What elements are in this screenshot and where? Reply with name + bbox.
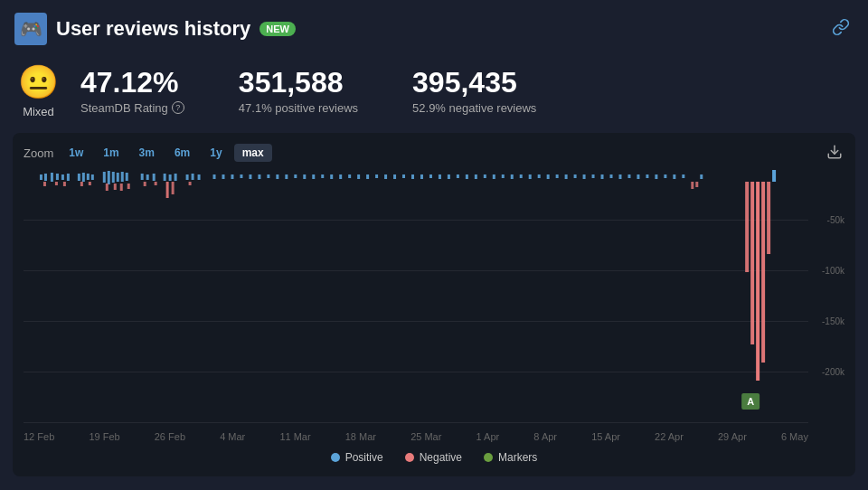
svg-rect-44 [249, 174, 251, 179]
y-label-4: -200k [822, 367, 844, 377]
y-label-1: -50k [827, 215, 844, 225]
positive-dot [331, 453, 340, 462]
grid-line-5 [24, 422, 808, 423]
svg-rect-86 [627, 174, 630, 178]
x-label-2: 26 Feb [155, 431, 185, 442]
svg-rect-74 [520, 174, 523, 178]
rating-value: 47.12% [80, 67, 184, 99]
svg-rect-10 [78, 174, 80, 181]
svg-rect-73 [511, 174, 514, 179]
svg-rect-20 [121, 172, 124, 182]
x-label-10: 22 Apr [655, 431, 684, 442]
x-label-8: 8 Apr [533, 431, 557, 442]
legend: Positive Negative Markers [24, 442, 844, 475]
negative-label: 52.9% negative reviews [412, 101, 536, 115]
svg-rect-55 [348, 174, 351, 178]
download-button[interactable] [826, 144, 843, 165]
svg-rect-75 [529, 174, 532, 179]
svg-rect-8 [55, 182, 58, 185]
sentiment-emoji: 😐 [18, 63, 59, 101]
svg-rect-88 [646, 174, 648, 178]
negative-legend-label: Negative [420, 451, 462, 464]
svg-rect-27 [146, 174, 149, 180]
x-label-3: 4 Mar [220, 431, 245, 442]
svg-rect-79 [565, 174, 568, 179]
markers-legend-label: Markers [498, 451, 537, 464]
svg-rect-5 [61, 174, 64, 180]
svg-rect-62 [411, 174, 414, 179]
svg-rect-18 [112, 172, 115, 183]
y-label-3: -150k [822, 316, 844, 326]
svg-rect-87 [637, 174, 639, 179]
svg-rect-50 [303, 174, 306, 179]
zoom-max[interactable]: max [234, 144, 272, 162]
chart-area: -50k -100k -150k -200k [24, 169, 844, 422]
svg-rect-80 [574, 174, 577, 178]
svg-rect-1 [40, 174, 42, 180]
svg-rect-76 [538, 174, 541, 178]
svg-rect-93 [691, 182, 693, 189]
svg-rect-69 [475, 174, 477, 179]
bars-area: A [24, 169, 808, 422]
svg-rect-25 [127, 184, 130, 189]
svg-rect-21 [126, 173, 128, 181]
svg-rect-36 [186, 174, 189, 180]
y-axis: -50k -100k -150k -200k [810, 169, 844, 422]
svg-rect-4 [56, 174, 59, 180]
svg-rect-41 [222, 174, 224, 179]
legend-positive: Positive [331, 451, 383, 464]
svg-rect-70 [484, 174, 486, 178]
negative-stat: 395,435 52.9% negative reviews [412, 67, 536, 114]
svg-rect-82 [592, 174, 595, 178]
legend-markers: Markers [484, 451, 537, 464]
svg-rect-23 [114, 184, 117, 190]
svg-rect-89 [655, 174, 657, 179]
svg-rect-12 [87, 174, 90, 180]
svg-rect-30 [155, 182, 157, 185]
svg-rect-63 [420, 174, 423, 179]
svg-rect-45 [258, 174, 260, 179]
svg-rect-54 [339, 174, 342, 179]
stats-bar: 😐 Mixed 47.12% SteamDB Rating ? 351,588 … [0, 54, 868, 133]
svg-rect-35 [172, 182, 175, 194]
svg-rect-32 [169, 174, 172, 181]
x-label-0: 12 Feb [24, 431, 54, 442]
sentiment-label: Mixed [23, 105, 54, 118]
x-label-4: 11 Mar [279, 431, 310, 442]
svg-rect-59 [384, 174, 387, 179]
svg-rect-49 [294, 174, 297, 178]
svg-rect-67 [457, 174, 459, 178]
svg-rect-81 [583, 174, 586, 179]
svg-rect-29 [144, 182, 146, 186]
svg-rect-42 [231, 174, 233, 179]
svg-rect-57 [366, 174, 369, 179]
header-left: 🎮 User reviews history NEW [14, 13, 296, 45]
x-label-12: 6 May [781, 431, 808, 442]
link-icon[interactable] [832, 18, 850, 41]
info-icon[interactable]: ? [172, 101, 184, 114]
positive-label: 47.1% positive reviews [239, 101, 358, 115]
zoom-3m[interactable]: 3m [131, 144, 163, 162]
x-label-11: 29 Apr [718, 431, 747, 442]
negative-count: 395,435 [412, 67, 536, 99]
svg-rect-11 [82, 173, 85, 182]
positive-legend-label: Positive [345, 451, 383, 464]
zoom-1m[interactable]: 1m [95, 144, 127, 162]
svg-rect-51 [312, 174, 315, 179]
negative-dot [405, 453, 414, 462]
zoom-1y[interactable]: 1y [202, 144, 230, 162]
chart-svg: A [24, 169, 808, 422]
x-label-7: 1 Apr [476, 431, 500, 442]
svg-rect-52 [321, 174, 324, 178]
x-label-1: 19 Feb [89, 431, 119, 442]
svg-rect-47 [276, 174, 278, 179]
svg-rect-65 [439, 174, 441, 179]
svg-rect-66 [448, 174, 450, 179]
svg-rect-37 [192, 174, 194, 180]
page-title: User reviews history [56, 17, 250, 41]
zoom-6m[interactable]: 6m [166, 144, 198, 162]
zoom-1w[interactable]: 1w [61, 144, 91, 162]
sentiment-stat: 😐 Mixed [18, 63, 59, 118]
rating-stat: 47.12% SteamDB Rating ? [80, 67, 184, 114]
svg-rect-77 [547, 174, 550, 179]
